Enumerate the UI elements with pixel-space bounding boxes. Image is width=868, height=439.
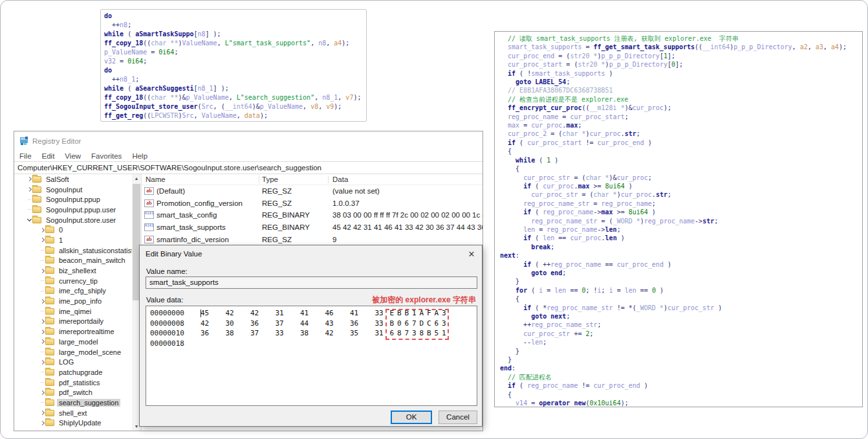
ascii-char: 3: [440, 319, 448, 329]
hex-row[interactable]: 000000084230363744433633B067DC63: [146, 319, 477, 329]
value-data-label: Value data:: [146, 296, 183, 304]
tree-item-ime_pop_info[interactable]: ime_pop_info: [14, 296, 141, 306]
chevron-right-icon[interactable]: [39, 422, 45, 425]
hex-editor[interactable]: 000000004542423141464133EBB1AFA300000008…: [146, 306, 477, 406]
close-icon[interactable]: ✕: [461, 249, 482, 259]
tree-item-pdf_statistics[interactable]: pdf_statistics: [14, 377, 141, 388]
chevron-right-icon[interactable]: [39, 269, 45, 273]
folder-icon: [45, 237, 54, 243]
hex-address: 00000000: [150, 308, 201, 319]
ok-button[interactable]: OK: [391, 411, 432, 424]
folder-icon: [45, 359, 54, 365]
tree-item-imereportrealtime[interactable]: imereportrealtime: [14, 326, 141, 337]
ascii-char: A: [418, 308, 426, 319]
ascii-char: 0: [396, 319, 404, 329]
tree-line-stub: [26, 199, 32, 200]
menu-favorites[interactable]: Favorites: [86, 152, 127, 160]
tree-item-large_model_scene[interactable]: large_model_scene: [14, 347, 141, 357]
chevron-right-icon[interactable]: [39, 361, 45, 364]
hex-byte: 36: [201, 328, 226, 339]
chevron-right-icon[interactable]: [39, 391, 45, 394]
tree-line-stub: [39, 382, 45, 383]
tree-item-SogouInput.ppup.user[interactable]: SogouInput.ppup.user: [14, 205, 141, 215]
ascii-char: 1: [411, 308, 418, 319]
binary-value-icon: 0101 1010: [144, 211, 154, 219]
menu-view[interactable]: View: [60, 152, 86, 160]
tree-item-SogouInput[interactable]: SogouInput: [14, 185, 141, 195]
tree-item-large_model[interactable]: large_model: [14, 337, 141, 347]
chevron-right-icon[interactable]: [26, 188, 32, 191]
tree-item-ShiplyUpdate[interactable]: ShiplyUpdate: [14, 418, 141, 429]
folder-icon: [32, 207, 41, 213]
chevron-right-icon[interactable]: [39, 238, 45, 242]
registry-address-bar[interactable]: Computer\HKEY_CURRENT_USER\SOFTWARE\Sogo…: [14, 162, 483, 174]
ascii-char: B: [426, 328, 433, 339]
tree-item-beacon_main_switch[interactable]: beacon_main_switch: [14, 256, 141, 266]
tree-item-ime_qimei[interactable]: ime_qimei: [14, 306, 141, 317]
tree-item-search_suggestion[interactable]: search_suggestion: [14, 398, 141, 408]
tree-item-patchupgrade[interactable]: patchupgrade: [14, 367, 141, 377]
value-data: 9: [329, 236, 483, 243]
chevron-right-icon[interactable]: [39, 330, 45, 333]
registry-value-row[interactable]: 0101 1010smart_task_supportsREG_BINARY45…: [142, 221, 483, 234]
tree-item-label: imereportrealtime: [57, 328, 116, 335]
tree-item-label: large_model: [57, 338, 100, 346]
column-header-name[interactable]: Name: [142, 175, 259, 183]
chevron-right-icon[interactable]: [39, 411, 45, 414]
hex-row[interactable]: 00000010363837333842353168738B51: [146, 328, 477, 339]
tree-item-label: SogouInput.ppup.user: [44, 206, 118, 214]
value-type: REG_BINARY: [259, 211, 329, 219]
tree-item-label: imereportdaily: [57, 317, 105, 325]
hex-row[interactable]: 00000018: [146, 339, 477, 349]
ascii-char: 6: [433, 319, 440, 329]
string-value-icon: ab: [144, 187, 154, 195]
tree-item-shell_ext[interactable]: shell_ext: [14, 408, 141, 418]
column-header-type[interactable]: Type: [259, 175, 329, 183]
column-header-data[interactable]: Data: [329, 175, 483, 183]
cancel-button[interactable]: Cancel: [439, 411, 477, 424]
menu-edit[interactable]: Edit: [37, 152, 60, 160]
value-name: smartinfo_dic_version: [157, 236, 229, 243]
tree-item-LOG[interactable]: LOG: [14, 357, 141, 367]
registry-value-row[interactable]: abPromotion_config_versionREG_SZ1.0.0.37: [142, 197, 483, 210]
chevron-right-icon[interactable]: [39, 300, 45, 303]
chevron-down-icon[interactable]: [26, 219, 32, 221]
tree-line-stub: [39, 250, 45, 251]
hex-byte: 31: [276, 308, 301, 319]
tree-item-ime_cfg_shiply[interactable]: ime_cfg_shiply: [14, 286, 141, 297]
value-data: 45 42 42 31 41 46 41 33 42 30 36 37 44 4…: [329, 223, 483, 231]
tree-item-pdf_switch[interactable]: pdf_switch: [14, 387, 141, 398]
hex-address: 00000010: [150, 328, 201, 339]
screenshot-frame: do ++n8;while ( aSmartTaskSuppo[n8] );ff…: [0, 0, 868, 439]
chevron-right-icon[interactable]: [39, 320, 45, 323]
chevron-right-icon[interactable]: [39, 340, 45, 343]
tree-item-SogouInput.ppup[interactable]: SogouInput.ppup: [14, 194, 141, 205]
tree-item-label: SogouInput: [44, 186, 84, 194]
value-name: smart_task_supports: [157, 223, 226, 231]
value-data: 1.0.0.37: [329, 199, 483, 207]
ascii-char: B: [388, 319, 396, 329]
tree-line-stub: [39, 280, 45, 281]
hex-row[interactable]: 000000004542423141464133EBB1AFA3: [146, 308, 477, 319]
tree-item-imereportdaily[interactable]: imereportdaily: [14, 317, 141, 327]
tree-item-allskin_statusiconstatistics[interactable]: allskin_statusiconstatistics: [14, 245, 141, 256]
chevron-right-icon[interactable]: [26, 177, 32, 181]
tree-item-1[interactable]: 1: [14, 235, 141, 245]
string-value-icon: ab: [144, 236, 154, 243]
value-name-input[interactable]: smart_task_supports: [146, 276, 477, 289]
value-type: REG_BINARY: [259, 223, 329, 231]
tree-item-SogouInput.store.user[interactable]: SogouInput.store.user: [14, 215, 141, 225]
tree-item-0[interactable]: 0: [14, 225, 141, 235]
registry-value-row[interactable]: absmartinfo_dic_versionREG_SZ9: [142, 233, 483, 245]
chevron-right-icon[interactable]: [39, 229, 45, 232]
tree-item-currency_tip[interactable]: currency_tip: [14, 276, 141, 286]
tree-item-SalSoft[interactable]: SalSoft: [14, 174, 141, 185]
hex-address: 00000018: [150, 339, 201, 349]
tree-item-biz_shellext[interactable]: biz_shellext: [14, 265, 141, 276]
registry-value-row[interactable]: ab(Default)REG_SZ(value not set): [142, 185, 483, 197]
tree-item-label: biz_shellext: [57, 267, 98, 275]
menu-help[interactable]: Help: [127, 152, 153, 160]
registry-value-row[interactable]: 0101 1010smart_task_configREG_BINARY38 0…: [142, 209, 483, 221]
scroll-up-arrow[interactable]: ▲: [132, 174, 141, 183]
menu-file[interactable]: File: [14, 152, 37, 160]
